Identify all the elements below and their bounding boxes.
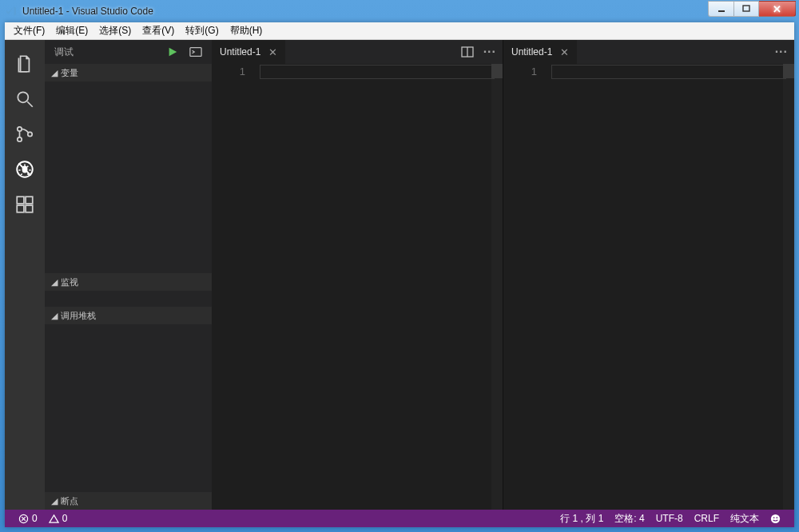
menu-file[interactable]: 文件(F) (8, 22, 50, 39)
svg-point-3 (18, 127, 22, 131)
activity-search[interactable] (5, 81, 45, 117)
editor1-tab-close-icon[interactable]: ✕ (268, 46, 277, 58)
editor-group-1: Untitled-1 ✕ ··· 1 (212, 40, 503, 510)
menu-selection[interactable]: 选择(S) (93, 22, 137, 39)
svg-point-18 (776, 517, 777, 518)
editor2-current-line (551, 65, 786, 79)
svg-rect-8 (17, 197, 24, 204)
svg-rect-10 (26, 205, 33, 212)
editor-group-2: Untitled-1 ✕ ··· 1 (503, 40, 794, 510)
status-position[interactable]: 行 1 , 列 1 (555, 512, 609, 526)
svg-rect-12 (190, 48, 201, 57)
svg-point-16 (771, 514, 780, 522)
debug-start-button[interactable] (167, 46, 178, 58)
editor1-view[interactable]: 1 (212, 64, 503, 510)
menu-bar: 文件(F) 编辑(E) 选择(S) 查看(V) 转到(G) 帮助(H) (5, 22, 794, 40)
status-bar: 0 0 行 1 , 列 1 空格: 4 UTF-8 CRLF 纯文本 (5, 510, 794, 527)
menu-go[interactable]: 转到(G) (180, 22, 224, 39)
section-variables-header[interactable]: ◢变量 (45, 64, 212, 81)
section-watch-header[interactable]: ◢监视 (45, 273, 212, 291)
menu-help[interactable]: 帮助(H) (225, 22, 268, 39)
editor2-more-icon[interactable]: ··· (775, 45, 788, 59)
window-title: Untitled-1 - Visual Studio Code (22, 6, 153, 17)
editor1-more-icon[interactable]: ··· (483, 45, 496, 59)
debug-sidebar: 调试 ◢变量 ◢监视 ◢调用堆栈 ◢断点 (45, 40, 212, 510)
status-errors[interactable]: 0 (13, 513, 43, 524)
status-eol[interactable]: CRLF (689, 513, 725, 524)
svg-rect-9 (17, 205, 24, 212)
section-variables-body (45, 81, 212, 273)
svg-rect-0 (718, 10, 725, 12)
editor1-current-line (260, 65, 495, 79)
svg-point-2 (18, 92, 28, 102)
svg-point-5 (28, 132, 32, 136)
editor1-line-number: 1 (212, 66, 245, 77)
status-indent[interactable]: 空格: 4 (609, 512, 650, 526)
sidebar-header: 调试 (45, 40, 212, 64)
section-watch-body (45, 291, 212, 307)
status-language[interactable]: 纯文本 (725, 512, 765, 526)
svg-point-4 (18, 137, 22, 141)
window-close-button[interactable]: ✕ (759, 1, 796, 17)
section-callstack-body (45, 324, 212, 492)
menu-edit[interactable]: 编辑(E) (50, 22, 93, 39)
split-editor-icon[interactable] (461, 46, 474, 58)
activity-bar (5, 40, 45, 510)
editor2-tab-label: Untitled-1 (511, 46, 552, 58)
editor2-tab-close-icon[interactable]: ✕ (560, 46, 569, 58)
editor1-tab[interactable]: Untitled-1 ✕ (212, 40, 286, 64)
window-titlebar[interactable]: Untitled-1 - Visual Studio Code ✕ (0, 0, 799, 22)
svg-rect-1 (743, 6, 749, 11)
status-encoding[interactable]: UTF-8 (650, 513, 689, 524)
menu-view[interactable]: 查看(V) (137, 22, 180, 39)
activity-scm[interactable] (5, 117, 45, 152)
activity-debug[interactable] (5, 152, 45, 187)
section-callstack-header[interactable]: ◢调用堆栈 (45, 307, 212, 324)
warning-icon (49, 514, 59, 524)
editor2-scrollbar[interactable] (783, 64, 794, 510)
section-breakpoints-header[interactable]: ◢断点 (45, 492, 212, 510)
status-warnings[interactable]: 0 (43, 513, 74, 524)
debug-console-button[interactable] (189, 46, 202, 58)
svg-rect-11 (26, 197, 33, 204)
svg-point-17 (773, 517, 775, 518)
editor1-scrollbar[interactable] (491, 64, 503, 510)
activity-extensions[interactable] (5, 187, 45, 222)
editor2-line-number: 1 (503, 66, 537, 77)
editor1-tab-label: Untitled-1 (220, 46, 260, 58)
editor2-tab[interactable]: Untitled-1 ✕ (503, 40, 578, 64)
window-minimize-button[interactable] (708, 1, 733, 17)
status-feedback-icon[interactable] (765, 514, 786, 524)
activity-explorer[interactable] (5, 46, 45, 81)
window-maximize-button[interactable] (733, 1, 759, 17)
editor2-view[interactable]: 1 (503, 64, 794, 510)
vscode-logo-icon (5, 5, 18, 18)
sidebar-title: 调试 (54, 46, 74, 59)
error-icon (18, 514, 29, 524)
